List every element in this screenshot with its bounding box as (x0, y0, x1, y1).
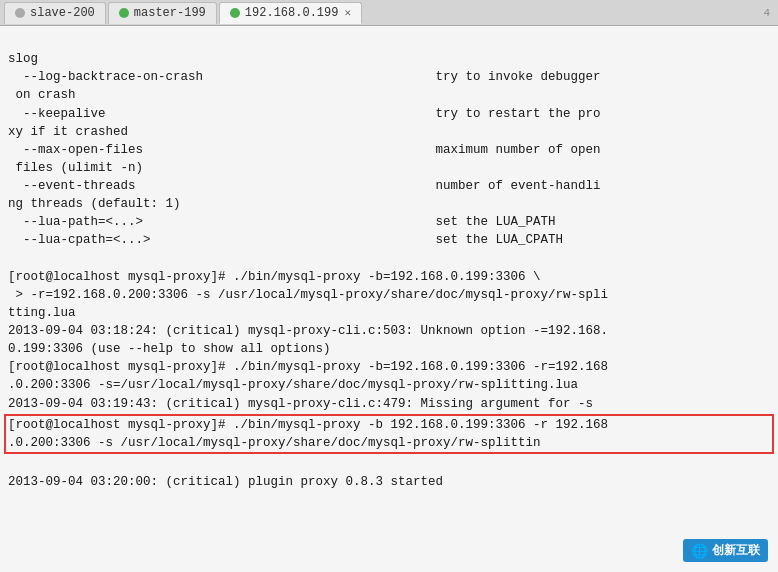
tab-status-icon (15, 8, 25, 18)
tab-label: slave-200 (30, 6, 95, 20)
watermark-icon: 🌐 (691, 543, 708, 559)
tab-slave-200[interactable]: slave-200 (4, 2, 106, 24)
terminal-output: slog --log-backtrace-on-crash try to inv… (0, 26, 778, 572)
tab-status-icon (230, 8, 240, 18)
tab-right-number: 4 (763, 7, 778, 19)
tab-label: 192.168.0.199 (245, 6, 339, 20)
watermark-logo: 创新互联 (712, 542, 760, 559)
watermark: 🌐 创新互联 (683, 539, 768, 562)
tab-status-icon (119, 8, 129, 18)
tab-close-icon[interactable]: ✕ (344, 6, 351, 19)
terminal-line-1: slog --log-backtrace-on-crash try to inv… (8, 52, 608, 410)
tab-master-199[interactable]: master-199 (108, 2, 217, 24)
highlighted-block: [root@localhost mysql-proxy]# ./bin/mysq… (4, 414, 774, 454)
terminal-line-last: 2013-09-04 03:20:00: (critical) plugin p… (8, 475, 443, 489)
tab-label: master-199 (134, 6, 206, 20)
tab-ip-199[interactable]: 192.168.0.199 ✕ (219, 2, 362, 24)
tab-bar: slave-200 master-199 192.168.0.199 ✕ 4 (0, 0, 778, 26)
